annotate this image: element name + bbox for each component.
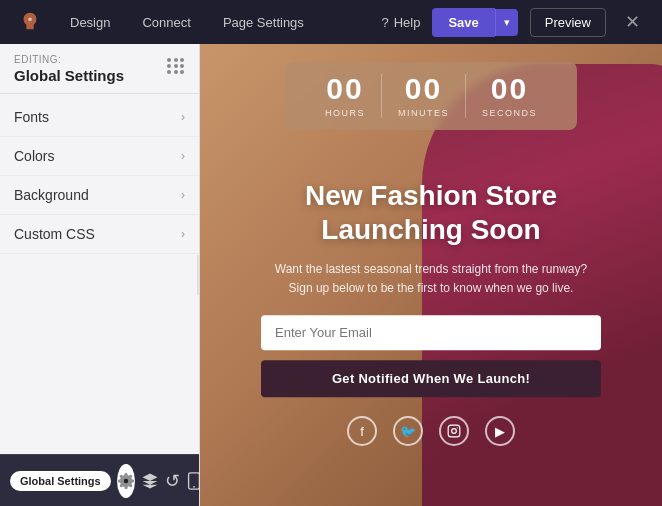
email-input[interactable] — [261, 315, 601, 350]
svg-rect-2 — [448, 425, 460, 437]
editing-label: EDITING: — [14, 54, 185, 65]
youtube-icon[interactable]: ▶ — [485, 416, 515, 446]
help-icon: ? — [381, 15, 388, 30]
countdown-seconds: 00 SECONDS — [466, 74, 553, 118]
nav-connect-tab[interactable]: Connect — [128, 9, 204, 36]
main-layout: EDITING: Global Settings Fonts › Colors … — [0, 44, 662, 506]
close-button[interactable]: ✕ — [618, 8, 646, 36]
sidebar-header: EDITING: Global Settings — [0, 44, 199, 94]
svg-point-1 — [193, 485, 195, 487]
sidebar-item-custom-css[interactable]: Custom CSS › — [0, 215, 199, 254]
mobile-icon-button[interactable] — [186, 464, 200, 498]
page-preview: 00 HOURS 00 MINUTES 00 SECONDS New Fashi… — [200, 44, 662, 506]
svg-point-4 — [457, 427, 458, 428]
chevron-right-icon: › — [181, 110, 185, 124]
countdown-timer: 00 HOURS 00 MINUTES 00 SECONDS — [285, 62, 577, 130]
hero-section: New Fashion Store Launching Soon Want th… — [261, 179, 601, 397]
chevron-right-icon: › — [181, 188, 185, 202]
sidebar-menu-dots[interactable] — [167, 58, 185, 74]
sidebar-item-fonts[interactable]: Fonts › — [0, 98, 199, 137]
top-nav: Design Connect Page Settings ? Help Save… — [0, 0, 662, 44]
bottom-toolbar: Global Settings ↺ — [0, 454, 200, 506]
save-group: Save ▾ — [432, 8, 517, 37]
hero-title: New Fashion Store Launching Soon — [261, 179, 601, 246]
save-button[interactable]: Save — [432, 8, 494, 37]
nav-design-tab[interactable]: Design — [56, 9, 124, 36]
instagram-icon[interactable] — [439, 416, 469, 446]
save-dropdown-button[interactable]: ▾ — [495, 9, 518, 36]
settings-icon-button[interactable] — [117, 464, 135, 498]
sidebar-menu: Fonts › Colors › Background › Custom CSS… — [0, 94, 199, 506]
sidebar: EDITING: Global Settings Fonts › Colors … — [0, 44, 200, 506]
countdown-minutes: 00 MINUTES — [382, 74, 466, 118]
sidebar-item-background[interactable]: Background › — [0, 176, 199, 215]
chevron-right-icon: › — [181, 149, 185, 163]
preview-button[interactable]: Preview — [530, 8, 606, 37]
nav-page-settings-tab[interactable]: Page Settings — [209, 9, 318, 36]
twitter-icon[interactable]: 🐦 — [393, 416, 423, 446]
countdown-hours: 00 HOURS — [309, 74, 382, 118]
chevron-right-icon: › — [181, 227, 185, 241]
social-icons-row: f 🐦 ▶ — [347, 416, 515, 446]
facebook-icon[interactable]: f — [347, 416, 377, 446]
global-settings-badge: Global Settings — [10, 471, 111, 491]
sidebar-title: Global Settings — [14, 67, 124, 84]
hero-subtitle: Want the lastest seasonal trends straigh… — [261, 260, 601, 298]
sidebar-item-colors[interactable]: Colors › — [0, 137, 199, 176]
app-logo — [16, 8, 44, 36]
svg-point-3 — [452, 429, 457, 434]
help-button[interactable]: ? Help — [381, 15, 420, 30]
layers-icon-button[interactable] — [141, 464, 159, 498]
cta-button[interactable]: Get Notified When We Launch! — [261, 360, 601, 397]
history-icon-button[interactable]: ↺ — [165, 464, 180, 498]
